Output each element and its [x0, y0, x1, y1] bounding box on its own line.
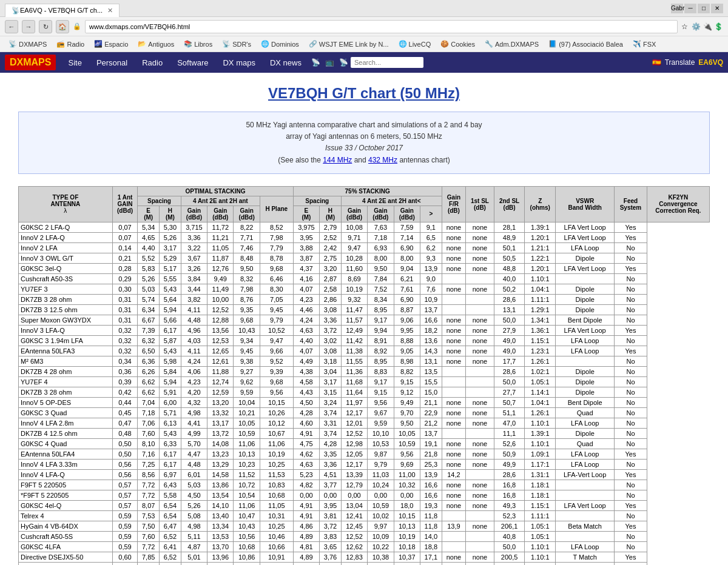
- cell-value: none: [442, 438, 466, 449]
- header-h-opt: H(M): [160, 206, 181, 222]
- bookmark-wsjt[interactable]: 🔗 WSJT EME Link by N...: [305, 39, 393, 49]
- cell-value: 10,37: [394, 552, 420, 562]
- nav-software[interactable]: Software: [170, 55, 215, 71]
- nav-user[interactable]: EA6VQ: [698, 58, 723, 67]
- bookmark-radio[interactable]: 📻 Radio: [53, 39, 88, 49]
- cell-value: 10,38: [368, 552, 394, 562]
- cell-value: 3,84: [181, 273, 207, 284]
- bookmark-espacio[interactable]: 🌌 Espacio: [90, 39, 132, 49]
- cell-value: 8,15: [138, 562, 160, 565]
- cell-value: none: [466, 449, 494, 459]
- bookmark-libros[interactable]: 📚 Libros: [180, 39, 216, 49]
- cell-value: 8,83: [368, 366, 394, 376]
- cell-value: 6,43: [160, 480, 181, 490]
- logo[interactable]: DXMAPS: [5, 55, 56, 70]
- cell-value: 12,05: [341, 449, 367, 459]
- bookmark-antiguos[interactable]: 📂 Antiguos: [134, 39, 178, 49]
- cell-value: [442, 304, 466, 315]
- bookmark-star[interactable]: ☆: [681, 22, 688, 31]
- cell-value: 10,83: [260, 480, 293, 490]
- header-75-spacing: Spacing: [293, 196, 341, 206]
- link-432mhz[interactable]: 432 MHz: [368, 156, 397, 164]
- cell-value: 22,9: [420, 407, 442, 418]
- cell-value: 10,02: [368, 510, 394, 521]
- cell-value: 12,52: [341, 428, 367, 438]
- bookmark-cookies[interactable]: 🍪 Cookies: [437, 39, 479, 49]
- cell-value: 0,31: [112, 304, 138, 315]
- bookmark-dominios[interactable]: 🌐 Dominios: [257, 39, 303, 49]
- nav-radio[interactable]: Radio: [135, 55, 170, 71]
- table-row: G0KSC 4 Quad0,508,106,335,7014,0811,0611…: [19, 438, 710, 449]
- bookmark-sdrs[interactable]: 📡 SDR's: [218, 39, 255, 49]
- table-row: G0KSC 4el-Q0,578,076,545,2614,1011,0611,…: [19, 500, 710, 510]
- cell-value: LFA Vert Loop: [556, 325, 615, 335]
- cell-value: none: [466, 397, 494, 407]
- antenna-name: *F9FT 5 220505: [19, 490, 113, 500]
- cell-value: 3,95: [320, 500, 342, 510]
- back-button[interactable]: ←: [5, 20, 18, 33]
- cell-value: No: [615, 335, 647, 346]
- cell-value: 10,54: [234, 490, 260, 500]
- cell-value: 48,9: [494, 232, 525, 242]
- cell-value: 0,30: [112, 284, 138, 294]
- nav-flag-es[interactable]: 🇪🇸: [652, 58, 661, 67]
- cell-value: 5,34: [138, 222, 160, 232]
- table-row: DK7ZB 4 28 ohm0,366,265,844,0611,889,279…: [19, 366, 710, 376]
- tab-close[interactable]: ✕: [107, 7, 113, 15]
- link-144mhz[interactable]: 144 MHz: [323, 156, 352, 164]
- cell-value: 10,19: [260, 449, 293, 459]
- nav-site[interactable]: Site: [61, 55, 89, 71]
- cell-value: 10,12: [260, 418, 293, 428]
- home-button[interactable]: 🏠: [56, 20, 69, 33]
- nav-search-input[interactable]: [351, 57, 423, 68]
- cell-value: 9,0: [420, 273, 442, 284]
- browser-tab[interactable]: 📡 EA6VQ - VE7BQH G/T ch... ✕: [5, 4, 120, 17]
- minimize-button[interactable]: ─: [684, 4, 696, 13]
- bookmark-fsx[interactable]: ✈️ FSX: [629, 39, 659, 49]
- cell-value: 10,24: [368, 480, 394, 490]
- cell-value: 3,18: [320, 356, 342, 366]
- cell-value: 5,30: [160, 222, 181, 232]
- nav-personal[interactable]: Personal: [89, 55, 135, 71]
- cell-value: 3,44: [181, 284, 207, 294]
- cell-value: none: [466, 315, 494, 325]
- cell-value: 16,6: [420, 315, 442, 325]
- nav-translate[interactable]: Translate: [665, 58, 695, 67]
- nav-icons-right: 🇪🇸 Translate EA6VQ: [652, 58, 723, 67]
- cell-value: 0,50: [112, 438, 138, 449]
- cell-value: 11,15: [234, 562, 260, 565]
- cell-value: [466, 541, 494, 552]
- cell-value: 0,21: [112, 253, 138, 263]
- cell-value: 16,8: [494, 490, 525, 500]
- bookmark-admdxmaps[interactable]: 🔧 Adm.DXMAPS: [481, 39, 542, 49]
- table-row: Super Moxon GW3YDX0,316,675,664,4812,889…: [19, 315, 710, 325]
- cell-value: none: [466, 356, 494, 366]
- extension-icons: ⚙️ 🔌 💲: [692, 22, 723, 31]
- nav-dxmaps[interactable]: DX maps: [215, 55, 262, 71]
- cell-value: 7,53: [138, 510, 160, 521]
- maximize-button[interactable]: □: [698, 4, 710, 13]
- url-input[interactable]: [85, 20, 678, 33]
- cell-value: 4,50: [293, 397, 319, 407]
- bookmark-dxmaps[interactable]: 📡 DXMAPS: [5, 39, 50, 49]
- cell-value: 10,46: [260, 531, 293, 541]
- bookmark-associacio[interactable]: 📘 (97) Associació Balea: [545, 39, 627, 49]
- cell-value: 12,61: [207, 356, 234, 366]
- nav-dxnews[interactable]: DX news: [263, 55, 309, 71]
- table-row: DK7ZB 4 12.5 ohm0,487,605,434,9913,7210,…: [19, 428, 710, 438]
- cell-value: 7,71: [234, 232, 260, 242]
- cell-value: 50,1: [494, 242, 525, 253]
- cell-value: 0,56: [112, 469, 138, 480]
- cell-value: 0,36: [112, 366, 138, 376]
- header-gain-extra: >: [420, 206, 442, 222]
- cell-value: 9,56: [394, 449, 420, 459]
- refresh-button[interactable]: ↻: [39, 20, 52, 33]
- bookmark-livecq[interactable]: 🌐 LiveCQ: [395, 39, 435, 49]
- cell-value: 11,49: [207, 284, 234, 294]
- header-e-opt: E(M): [138, 206, 160, 222]
- cell-value: 5,26: [160, 232, 181, 242]
- table-row: YU7EF 40,396,625,944,2312,749,629,684,58…: [19, 376, 710, 387]
- forward-button[interactable]: →: [22, 20, 35, 33]
- cell-value: 11,87: [207, 253, 234, 263]
- close-button[interactable]: ✕: [711, 4, 723, 13]
